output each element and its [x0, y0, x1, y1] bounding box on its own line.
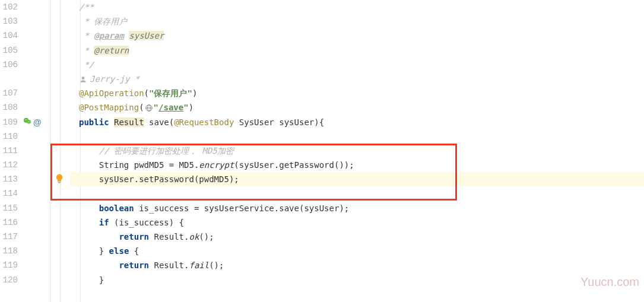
javadoc-close: */	[79, 60, 94, 69]
type-string: String	[99, 160, 129, 170]
code-line[interactable]: }	[69, 273, 644, 287]
url-mapping-link[interactable]: /save	[158, 103, 183, 112]
svg-point-5	[29, 121, 30, 122]
line-number: 113	[0, 172, 18, 186]
person-icon	[79, 75, 87, 84]
author-inlay-line[interactable]: Jerry-jy *	[69, 72, 644, 86]
line-number: 112	[0, 158, 18, 172]
class-result: Result	[154, 232, 184, 241]
keyword-boolean: boolean	[99, 204, 134, 213]
ref-service: sysUserService	[204, 204, 274, 213]
op-assign: =	[189, 204, 204, 213]
line-number	[0, 72, 18, 86]
author-name: Jerry-jy *	[90, 74, 139, 84]
line-number: 114	[0, 186, 18, 201]
line-number: 115	[0, 201, 18, 215]
method-encrypt: encrypt	[199, 160, 234, 170]
line-number: 107	[0, 86, 18, 100]
javadoc-param-tag: @param	[94, 31, 124, 40]
javadoc-open: /**	[79, 2, 94, 12]
code-line[interactable]: */	[69, 58, 644, 72]
line-number: 105	[0, 43, 18, 58]
line-number: 106	[0, 58, 18, 72]
override-at-icon[interactable]: @	[33, 117, 42, 127]
keyword-return: return	[119, 260, 149, 270]
code-line[interactable]: return Result.ok();	[69, 230, 644, 244]
line-numbers-column: 102 103 104 105 106 107 108 109 110 111 …	[0, 0, 21, 302]
javadoc-star: *	[79, 46, 94, 55]
wechat-icon[interactable]	[23, 116, 32, 128]
code-content-area[interactable]: /** * 保存用户 * @param sysUser * @return */…	[50, 0, 644, 302]
ref-is-success: is_success	[119, 218, 169, 227]
ref-pwdmd5: pwdMD5	[199, 174, 229, 184]
code-line[interactable]: if (is_success) {	[69, 215, 644, 230]
param-sysuser: sysUser	[279, 117, 314, 127]
code-line[interactable]: /**	[69, 0, 644, 14]
ref-sysuser: sysUser	[304, 204, 339, 213]
code-editor[interactable]: 102 103 104 105 106 107 108 109 110 111 …	[0, 0, 644, 302]
line-number: 111	[0, 144, 18, 158]
javadoc-return-tag: @return	[94, 46, 129, 55]
line-number: 108	[0, 100, 18, 115]
code-line[interactable]: boolean is_success = sysUserService.save…	[69, 201, 644, 215]
code-line[interactable]: * 保存用户	[69, 14, 644, 28]
annotation-postmapping: @PostMapping	[79, 103, 139, 112]
method-fail: fail	[189, 260, 209, 270]
var-is-success: is_success	[139, 204, 189, 213]
code-line[interactable]: String pwdMD5 = MD5.encrypt(sysUser.getP…	[69, 158, 644, 172]
annotation-apioperation: @ApiOperation	[79, 88, 144, 98]
javadoc-text: * 保存用户	[79, 17, 127, 26]
gutter: 102 103 104 105 106 107 108 109 110 111 …	[0, 0, 50, 302]
keyword-return: return	[119, 232, 149, 241]
keyword-public: public	[79, 117, 109, 127]
svg-point-7	[82, 77, 85, 80]
javadoc-star: *	[79, 31, 94, 40]
code-line[interactable]	[69, 129, 644, 144]
code-line[interactable]: * @param sysUser	[69, 28, 644, 43]
var-pwdmd5: pwdMD5	[134, 160, 164, 170]
line-number: 117	[0, 230, 18, 244]
string-literal: "保存用户"	[149, 88, 192, 98]
line-number: 118	[0, 244, 18, 258]
line-number: 104	[0, 28, 18, 43]
keyword-if: if	[99, 218, 109, 227]
annotation-requestbody: @RequestBody	[174, 117, 234, 127]
type-sysuser: SysUser	[239, 117, 274, 127]
globe-icon[interactable]	[145, 104, 153, 112]
code-line[interactable]: return Result.fail();	[69, 258, 644, 272]
type-result: Result	[114, 117, 144, 127]
line-number: 109	[0, 115, 18, 129]
class-md5: MD5	[179, 160, 194, 170]
code-line-current[interactable]: sysUser.setPassword(pwdMD5);	[69, 172, 644, 186]
svg-point-4	[28, 121, 28, 122]
class-result: Result	[154, 260, 184, 270]
line-number: 110	[0, 129, 18, 144]
svg-point-3	[27, 119, 27, 120]
method-setpassword: setPassword	[139, 174, 194, 184]
method-ok: ok	[189, 232, 199, 241]
method-save: save	[149, 117, 169, 127]
line-number: 116	[0, 215, 18, 230]
code-line[interactable]	[69, 186, 644, 201]
code-line[interactable]: // 密码要进行加密处理， MD5加密	[69, 144, 644, 158]
svg-point-1	[27, 120, 31, 124]
javadoc-param-name: sysUser	[129, 31, 164, 40]
code-line[interactable]: public Result save(@RequestBody SysUser …	[69, 115, 644, 129]
code-line[interactable]: * @return	[69, 43, 644, 58]
gutter-icons-column: @	[21, 0, 50, 302]
comment-md5: // 密码要进行加密处理， MD5加密	[99, 146, 234, 155]
method-getpassword: getPassword	[279, 160, 334, 170]
watermark-text: Yuucn.com	[580, 275, 639, 289]
line-number: 120	[0, 273, 18, 287]
keyword-else: else	[109, 246, 129, 256]
string-quote: "	[154, 103, 158, 112]
code-line[interactable]: } else {	[69, 244, 644, 258]
line-number: 119	[0, 258, 18, 272]
svg-point-2	[25, 119, 26, 120]
ref-sysuser: sysUser	[239, 160, 274, 170]
code-line[interactable]: @PostMapping("/save")	[69, 100, 644, 115]
method-service-save: save	[279, 204, 299, 213]
code-line[interactable]: @ApiOperation("保存用户")	[69, 86, 644, 100]
ref-sysuser: sysUser	[99, 174, 134, 184]
line-number: 103	[0, 14, 18, 28]
